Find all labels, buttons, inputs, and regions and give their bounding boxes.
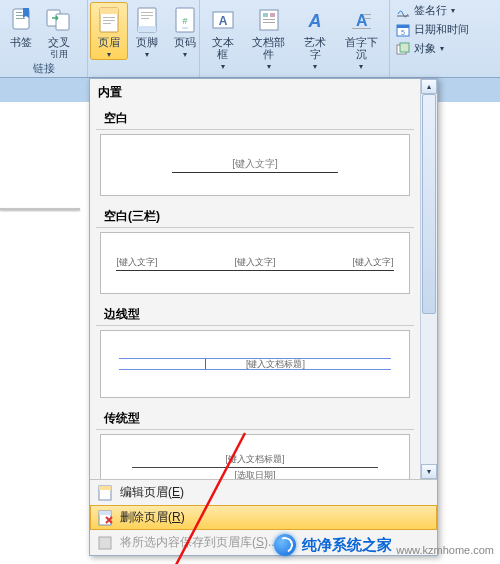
gallery-item-blank-3col[interactable]: [键入文字] [键入文字] [键入文字] <box>100 232 410 294</box>
svg-rect-30 <box>352 28 371 29</box>
svg-text:#: # <box>182 16 187 26</box>
remove-header-menu-item[interactable]: 删除页眉(R) <box>90 505 437 530</box>
textbox-icon: A <box>209 6 237 34</box>
chevron-down-icon: ▾ <box>359 62 363 71</box>
watermark: 纯净系统之家 www.kzmhome.com <box>274 534 494 556</box>
cross-reference-button[interactable]: 交叉引用 <box>40 2 78 61</box>
chevron-down-icon: ▾ <box>313 62 317 71</box>
wordart-button[interactable]: A 艺术字 ▾ <box>295 2 336 72</box>
bookmark-button[interactable]: 书签 <box>2 2 40 61</box>
gallery-item-blank[interactable]: [键入文字] <box>100 134 410 196</box>
watermark-brand: 纯净系统之家 <box>302 536 392 555</box>
chevron-down-icon: ▾ <box>107 50 111 59</box>
svg-rect-38 <box>99 486 111 490</box>
datetime-button[interactable]: 5 日期和时间 <box>394 21 496 38</box>
header-label: 页眉 <box>98 36 120 48</box>
watermark-url: www.kzmhome.com <box>396 544 494 556</box>
page-number-label: 页码 <box>174 36 196 48</box>
menu-label: 将所选内容保存到页眉库(S)... <box>120 534 278 551</box>
svg-rect-40 <box>99 511 111 515</box>
wordart-icon: A <box>301 6 329 34</box>
footer-icon <box>133 6 161 34</box>
gallery-item-traditional[interactable]: [键入文档标题] [选取日期] <box>100 434 410 479</box>
chevron-down-icon: ▾ <box>183 50 187 59</box>
svg-rect-28 <box>364 14 371 15</box>
edit-icon <box>96 485 114 501</box>
svg-rect-1 <box>16 12 22 13</box>
svg-rect-12 <box>138 26 156 32</box>
scroll-down-button[interactable]: ▾ <box>421 464 437 479</box>
chevron-down-icon: ▾ <box>267 62 271 71</box>
signature-label: 签名行 <box>414 3 447 18</box>
signature-icon <box>396 4 410 18</box>
remove-icon <box>96 510 114 526</box>
dropcap-icon: A <box>347 6 375 34</box>
chevron-down-icon: ▾ <box>221 62 225 71</box>
svg-rect-7 <box>100 8 118 14</box>
svg-rect-15 <box>141 18 149 19</box>
object-button[interactable]: 对象▾ <box>394 40 496 57</box>
quick-parts-icon <box>255 6 283 34</box>
cross-reference-icon <box>45 6 73 34</box>
svg-rect-18 <box>182 27 188 29</box>
placeholder-text: [键入文字] <box>353 256 394 269</box>
menu-label: 编辑页眉(E) <box>120 484 184 501</box>
object-label: 对象 <box>414 41 436 56</box>
scroll-thumb[interactable] <box>422 94 436 314</box>
menu-label: 删除页眉(R) <box>120 509 185 526</box>
footer-button[interactable]: 页脚 ▾ <box>128 2 166 60</box>
svg-rect-33 <box>397 25 409 28</box>
gallery-heading: 内置 <box>90 79 420 104</box>
gallery-item-edge[interactable]: [键入文档标题] <box>100 330 410 398</box>
wordart-label: 艺术字 <box>300 36 331 60</box>
svg-text:A: A <box>218 14 227 28</box>
svg-rect-8 <box>103 17 115 18</box>
links-group-label: 链接 <box>0 61 87 77</box>
placeholder-text: [选取日期] <box>132 468 378 480</box>
page-number-icon: # <box>171 6 199 34</box>
datetime-label: 日期和时间 <box>414 22 469 37</box>
svg-rect-24 <box>263 19 275 20</box>
section-traditional-title: 传统型 <box>96 404 414 430</box>
gallery-scrollbar[interactable]: ▴ ▾ <box>420 79 437 479</box>
page-divider <box>0 208 80 210</box>
svg-rect-36 <box>400 43 409 52</box>
cross-reference-label: 交叉引用 <box>48 36 70 60</box>
placeholder-text: [键入文字] <box>116 256 157 269</box>
svg-rect-13 <box>141 12 153 13</box>
bookmark-label: 书签 <box>10 36 32 48</box>
watermark-logo-icon <box>274 534 296 556</box>
scroll-track[interactable] <box>421 94 437 464</box>
dropcap-label: 首字下沉 <box>341 36 382 60</box>
dropcap-button[interactable]: A 首字下沉 ▾ <box>336 2 387 72</box>
signature-line-button[interactable]: 签名行▾ <box>394 2 496 19</box>
svg-rect-22 <box>263 13 268 17</box>
svg-rect-5 <box>56 14 69 30</box>
svg-rect-41 <box>99 537 111 549</box>
svg-rect-23 <box>270 13 275 17</box>
header-button[interactable]: 页眉 ▾ <box>90 2 128 60</box>
section-blank-title: 空白 <box>96 104 414 130</box>
svg-rect-29 <box>364 18 371 19</box>
textbox-label: 文本框 <box>207 36 238 60</box>
svg-rect-10 <box>103 23 111 24</box>
svg-rect-3 <box>16 18 25 19</box>
placeholder-text: [键入文档标题] <box>132 453 378 468</box>
footer-label: 页脚 <box>136 36 158 48</box>
svg-text:5: 5 <box>401 29 405 36</box>
edit-header-menu-item[interactable]: 编辑页眉(E) <box>90 480 437 505</box>
page-number-button[interactable]: # 页码 ▾ <box>166 2 204 60</box>
calendar-icon: 5 <box>396 23 410 37</box>
placeholder-text: [键入文字] <box>234 256 275 269</box>
ribbon: 书签 交叉引用 链接 页眉 ▾ 页脚 <box>0 0 500 78</box>
section-blank3-title: 空白(三栏) <box>96 202 414 228</box>
quick-parts-label: 文档部件 <box>248 36 289 60</box>
quick-parts-button[interactable]: 文档部件 ▾ <box>243 2 294 72</box>
save-icon <box>96 535 114 551</box>
section-edge-title: 边线型 <box>96 300 414 326</box>
scroll-up-button[interactable]: ▴ <box>421 79 437 94</box>
textbox-button[interactable]: A 文本框 ▾ <box>202 2 243 72</box>
header-icon <box>95 6 123 34</box>
header-gallery-dropdown: 内置 空白 [键入文字] 空白(三栏) [键入文字] [键入文字] [键入文字]… <box>89 78 438 556</box>
svg-rect-14 <box>141 15 153 16</box>
